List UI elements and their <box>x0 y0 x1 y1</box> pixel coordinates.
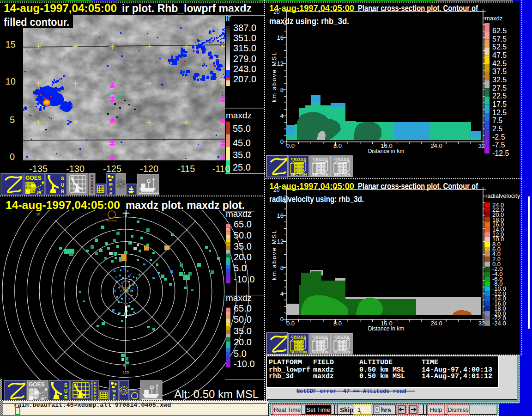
svg-text:hrs: hrs <box>381 406 391 414</box>
svg-text:32.5: 32.5 <box>492 76 507 84</box>
svg-text:0: 0 <box>280 316 284 323</box>
svg-text:16: 16 <box>277 212 284 219</box>
svg-text:10: 10 <box>36 212 40 216</box>
svg-text:FIELD: FIELD <box>313 359 334 367</box>
svg-text:rhb_3d: rhb_3d <box>269 373 294 380</box>
svg-text:24.0: 24.0 <box>430 142 442 149</box>
svg-text:65.0: 65.0 <box>234 219 252 229</box>
svg-text:maxdz: maxdz <box>226 293 252 303</box>
svg-text:N: N <box>91 184 93 187</box>
svg-text:S: S <box>61 176 64 181</box>
svg-text:0.0: 0.0 <box>286 142 295 149</box>
svg-text:km above MSL: km above MSL <box>271 229 278 281</box>
svg-text:ir: ir <box>226 13 231 23</box>
svg-text:U: U <box>91 181 93 184</box>
svg-text:10: 10 <box>6 76 16 86</box>
svg-text:14-aug-1997,04:05:00: 14-aug-1997,04:05:00 <box>6 199 120 211</box>
svg-text:.IR: .IR <box>36 190 42 195</box>
svg-text:35.0: 35.0 <box>233 150 251 160</box>
svg-text:55.0: 55.0 <box>233 123 251 134</box>
svg-text:b<-125-8: b<-125-8 <box>120 289 132 292</box>
svg-text:20.0: 20.0 <box>234 337 252 347</box>
svg-text:0: 0 <box>10 152 15 162</box>
svg-text:PLATFORM: PLATFORM <box>269 359 302 367</box>
svg-text:65.0: 65.0 <box>234 303 252 313</box>
svg-text:GOES: GOES <box>29 381 45 388</box>
svg-text:Alt: 0.50 km MSL: Alt: 0.50 km MSL <box>174 388 259 400</box>
svg-text:maxdz: maxdz <box>226 110 252 120</box>
svg-text:U: U <box>94 388 96 391</box>
svg-text:-10.0: -10.0 <box>234 274 255 284</box>
svg-text:20.0: 20.0 <box>234 252 252 262</box>
svg-text:5: 5 <box>10 115 15 125</box>
svg-text:km above MSL: km above MSL <box>271 51 278 103</box>
svg-text:Distance in km: Distance in km <box>368 148 405 154</box>
svg-text:15: 15 <box>6 39 16 49</box>
svg-text:12.5: 12.5 <box>492 109 507 116</box>
svg-text:45.0: 45.0 <box>233 138 251 148</box>
svg-text:12: 12 <box>277 60 284 67</box>
svg-text:-135: -135 <box>29 164 48 174</box>
svg-text:-120: -120 <box>140 164 158 174</box>
svg-text:who-east: who-east <box>106 219 118 222</box>
svg-text:maxdz: maxdz <box>313 373 334 380</box>
svg-text:35.0: 35.0 <box>234 326 252 336</box>
svg-text:35.0: 35.0 <box>234 241 252 251</box>
svg-text:32: 32 <box>478 320 485 327</box>
svg-text:5.0: 5.0 <box>234 349 247 359</box>
svg-text:25.0: 25.0 <box>233 162 251 172</box>
svg-text:ALTITUDE: ALTITUDE <box>359 359 393 367</box>
svg-text:42.5: 42.5 <box>492 60 507 67</box>
svg-text:rain.beaufait:45>xdump.all 97: rain.beaufait:45>xdump.all 970814.0405.x… <box>14 402 171 409</box>
svg-text:Skip: Skip <box>340 406 354 414</box>
svg-text:351.0: 351.0 <box>233 33 256 43</box>
svg-text:filled contour.: filled contour. <box>4 16 69 28</box>
svg-text:U: U <box>61 183 64 188</box>
svg-text:243.0: 243.0 <box>233 64 256 74</box>
svg-text:TIME: TIME <box>422 359 438 367</box>
svg-text:62.5: 62.5 <box>492 27 507 35</box>
svg-text:Planar cross-section plot. Co: Planar cross-section plot. Contour of <box>358 181 478 191</box>
svg-text:37.5: 37.5 <box>492 67 507 75</box>
svg-text:-125: -125 <box>121 370 129 374</box>
svg-text:14-aug-1997,04:05:00: 14-aug-1997,04:05:00 <box>269 3 354 13</box>
svg-text:B: B <box>91 174 93 177</box>
svg-text:4: 4 <box>280 290 284 297</box>
svg-text:R: R <box>64 395 68 400</box>
svg-text:S: S <box>91 190 93 194</box>
svg-text:207.0: 207.0 <box>233 74 256 84</box>
svg-text:57.5: 57.5 <box>492 35 507 43</box>
svg-text:Distance in km: Distance in km <box>368 325 405 332</box>
svg-text:maxdz using: rhb_3d.: maxdz using: rhb_3d. <box>269 16 349 26</box>
svg-text:-12.5: -12.5 <box>492 149 509 157</box>
svg-text:S: S <box>64 383 67 388</box>
svg-text:8: 8 <box>280 264 284 271</box>
svg-text:radialvelocity: radialvelocity <box>485 192 520 199</box>
svg-text:315.0: 315.0 <box>233 43 256 53</box>
svg-text:8.0: 8.0 <box>333 142 342 149</box>
svg-text:47.5: 47.5 <box>492 51 507 59</box>
svg-text:D: D <box>94 394 96 398</box>
svg-text:-115: -115 <box>177 164 195 174</box>
svg-text:O: O <box>91 177 93 181</box>
svg-text:16: 16 <box>277 34 284 41</box>
svg-text:B: B <box>94 381 96 385</box>
svg-text:-125: -125 <box>103 164 121 174</box>
svg-text:50.0: 50.0 <box>234 230 252 240</box>
svg-text:27.5: 27.5 <box>492 84 507 92</box>
svg-text:279.0: 279.0 <box>233 54 256 64</box>
svg-text:4: 4 <box>280 112 284 119</box>
svg-text:O: O <box>94 385 97 388</box>
svg-text:D: D <box>91 187 93 190</box>
svg-text:M: M <box>109 182 113 187</box>
svg-text:-7.5: -7.5 <box>492 141 505 149</box>
svg-text:387.0: 387.0 <box>233 23 256 33</box>
svg-text:50.0: 50.0 <box>234 314 252 324</box>
svg-text:Planar cross-section plot. Co: Planar cross-section plot. Contour of <box>358 3 478 13</box>
svg-text:-10.0: -10.0 <box>234 359 255 369</box>
svg-text:17.5: 17.5 <box>492 100 507 108</box>
svg-text:8.0: 8.0 <box>333 320 342 327</box>
svg-text:0.50 km MSL: 0.50 km MSL <box>359 373 405 380</box>
svg-text:-24.0: -24.0 <box>492 320 506 327</box>
svg-text:14-aug-1997,04:05:00: 14-aug-1997,04:05:00 <box>4 2 117 14</box>
